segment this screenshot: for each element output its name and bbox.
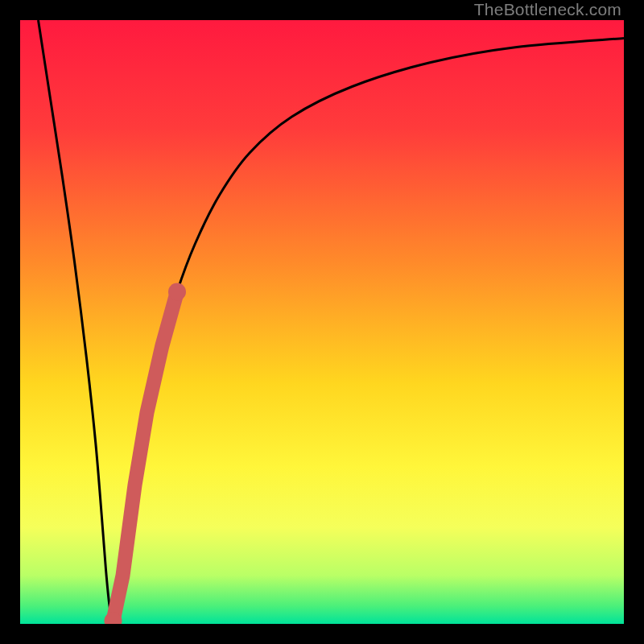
highlight-segment (114, 292, 178, 621)
plot-area (20, 20, 624, 624)
watermark-text: TheBottleneck.com (474, 0, 621, 19)
curve-layer (20, 20, 624, 624)
highlight-endpoint (168, 283, 186, 301)
outer-frame: TheBottleneck.com (0, 0, 644, 644)
